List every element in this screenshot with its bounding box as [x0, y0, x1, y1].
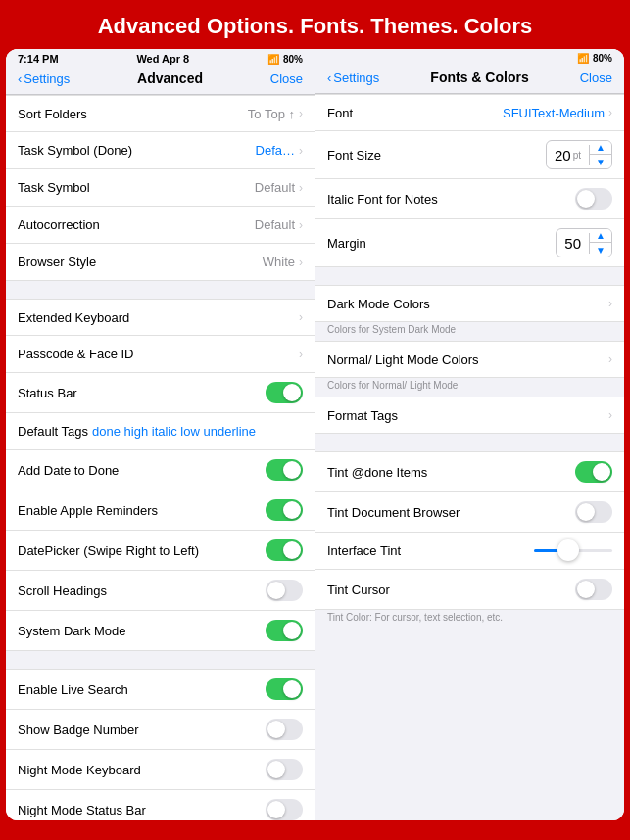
- left-nav-bar: ‹ Settings Advanced Close: [6, 67, 315, 95]
- screens-container: 7:14 PM Wed Apr 8 📶 80% ‹ Settings Advan…: [6, 49, 624, 820]
- system-dark-mode-toggle[interactable]: [266, 620, 303, 641]
- task-symbol-done-row[interactable]: Task Symbol (Done) Defa… ›: [6, 132, 315, 169]
- dark-mode-colors-row[interactable]: Dark Mode Colors ›: [315, 285, 624, 322]
- left-nav-title: Advanced: [137, 70, 203, 86]
- datepicker-toggle[interactable]: [266, 539, 303, 561]
- tint-document-browser-toggle[interactable]: [575, 501, 612, 523]
- section-colors: Dark Mode Colors › Colors for System Dar…: [315, 285, 624, 397]
- extended-keyboard-row[interactable]: Extended Keyboard ›: [6, 299, 315, 336]
- font-row[interactable]: Font SFUIText-Medium ›: [315, 94, 624, 131]
- enable-apple-reminders-row[interactable]: Enable Apple Reminders: [6, 490, 315, 531]
- left-settings-list: Sort Folders To Top ↑ › Task Symbol (Don…: [6, 95, 315, 820]
- night-mode-keyboard-toggle[interactable]: [266, 759, 303, 780]
- right-settings-list: Font SFUIText-Medium › Font Size 20 pt ▲…: [315, 94, 624, 820]
- enable-live-search-row[interactable]: Enable Live Search: [6, 669, 315, 710]
- show-badge-number-row[interactable]: Show Badge Number: [6, 710, 315, 750]
- right-nav-title: Fonts & Colors: [430, 70, 528, 85]
- wifi-icon: 📶: [267, 54, 279, 65]
- night-mode-status-bar-row[interactable]: Night Mode Status Bar: [6, 790, 315, 820]
- right-status-bar: 📶 80%: [315, 49, 624, 66]
- right-close-button[interactable]: Close: [580, 70, 612, 85]
- tint-done-toggle[interactable]: [575, 461, 612, 483]
- italic-font-row[interactable]: Italic Font for Notes: [315, 179, 624, 219]
- section-format-tags: Format Tags ›: [315, 397, 624, 434]
- interface-tint-slider[interactable]: [470, 549, 613, 552]
- left-screen: 7:14 PM Wed Apr 8 📶 80% ‹ Settings Advan…: [6, 49, 315, 820]
- sort-folders-row[interactable]: Sort Folders To Top ↑ ›: [6, 95, 315, 132]
- live-search-toggle[interactable]: [266, 678, 303, 700]
- autocorrection-row[interactable]: Autocorrection Default ›: [6, 207, 315, 244]
- left-back-button[interactable]: ‹ Settings: [18, 71, 70, 86]
- font-size-stepper[interactable]: 20 pt ▲ ▼: [546, 140, 612, 169]
- italic-font-toggle[interactable]: [575, 188, 612, 210]
- system-dark-mode-row[interactable]: System Dark Mode: [6, 611, 315, 651]
- night-mode-status-bar-toggle[interactable]: [266, 799, 303, 820]
- section-search: Enable Live Search Show Badge Number Nig…: [6, 669, 315, 820]
- datepicker-row[interactable]: DatePicker (Swipe Right to Left): [6, 531, 315, 571]
- tint-cursor-toggle[interactable]: [575, 579, 612, 600]
- night-mode-keyboard-row[interactable]: Night Mode Keyboard: [6, 750, 315, 790]
- passcode-face-id-row[interactable]: Passcode & Face ID ›: [6, 336, 315, 373]
- section-basic: Sort Folders To Top ↑ › Task Symbol (Don…: [6, 95, 315, 281]
- font-size-row[interactable]: Font Size 20 pt ▲ ▼: [315, 131, 624, 179]
- apple-reminders-toggle[interactable]: [266, 499, 303, 521]
- interface-tint-row[interactable]: Interface Tint: [315, 533, 624, 570]
- font-size-down[interactable]: ▼: [590, 155, 611, 168]
- margin-up[interactable]: ▲: [590, 229, 611, 243]
- right-screen: 📶 80% ‹ Settings Fonts & Colors Close Fo…: [315, 49, 624, 820]
- section-font: Font SFUIText-Medium › Font Size 20 pt ▲…: [315, 94, 624, 267]
- add-date-done-row[interactable]: Add Date to Done: [6, 450, 315, 490]
- banner: Advanced Options. Fonts. Themes. Colors: [0, 0, 630, 49]
- format-tags-row[interactable]: Format Tags ›: [315, 397, 624, 434]
- section-tint: Tint @done Items Tint Document Browser I…: [315, 451, 624, 610]
- scroll-headings-toggle[interactable]: [266, 580, 303, 601]
- dark-mode-caption: Colors for System Dark Mode: [315, 322, 624, 341]
- status-bar-row[interactable]: Status Bar: [6, 373, 315, 413]
- left-status-bar: 7:14 PM Wed Apr 8 📶 80%: [6, 49, 315, 67]
- default-tags-row[interactable]: Default Tags done high italic low underl…: [6, 413, 315, 450]
- right-nav-bar: ‹ Settings Fonts & Colors Close: [315, 66, 624, 94]
- tint-document-browser-row[interactable]: Tint Document Browser: [315, 492, 624, 533]
- normal-light-caption: Colors for Normal/ Light Mode: [315, 378, 624, 397]
- left-close-button[interactable]: Close: [270, 71, 303, 86]
- browser-style-row[interactable]: Browser Style White ›: [6, 244, 315, 281]
- add-date-done-toggle[interactable]: [266, 459, 303, 481]
- scroll-headings-row[interactable]: Scroll Headings: [6, 571, 315, 611]
- tint-cursor-row[interactable]: Tint Cursor: [315, 570, 624, 610]
- margin-row[interactable]: Margin 50 ▲ ▼: [315, 219, 624, 267]
- tint-caption: Tint Color: For cursor, text selection, …: [315, 610, 624, 629]
- margin-stepper[interactable]: 50 ▲ ▼: [556, 228, 612, 257]
- task-symbol-row[interactable]: Task Symbol Default ›: [6, 169, 315, 207]
- badge-number-toggle[interactable]: [266, 719, 303, 740]
- status-bar-toggle[interactable]: [266, 382, 303, 403]
- section-keyboard: Extended Keyboard › Passcode & Face ID ›…: [6, 299, 315, 651]
- right-back-button[interactable]: ‹ Settings: [327, 70, 379, 85]
- wifi-icon-right: 📶: [577, 53, 589, 64]
- margin-down[interactable]: ▼: [590, 243, 611, 257]
- normal-light-colors-row[interactable]: Normal/ Light Mode Colors ›: [315, 341, 624, 378]
- tint-done-items-row[interactable]: Tint @done Items: [315, 451, 624, 492]
- font-size-up[interactable]: ▲: [590, 141, 611, 155]
